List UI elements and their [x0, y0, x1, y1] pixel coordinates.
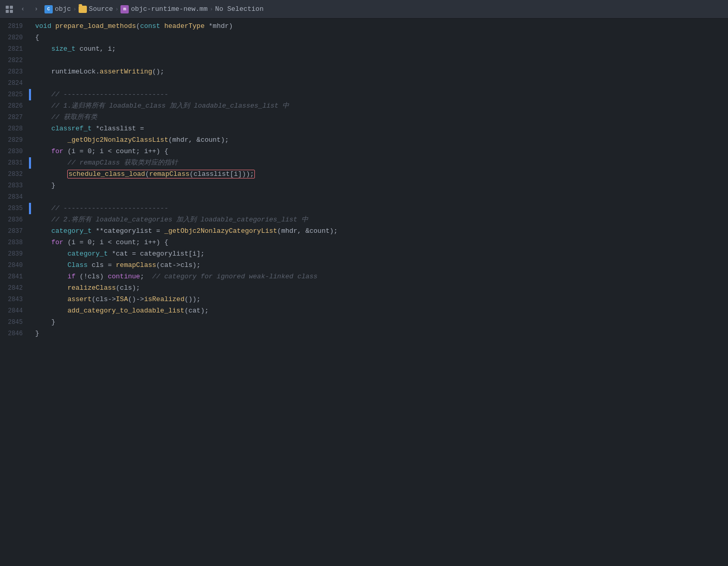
- line-content: if (!cls) continue; // category for igno…: [31, 271, 728, 282]
- table-row: 2819 void prepare_load_methods(const hea…: [0, 21, 728, 32]
- sep3: ›: [209, 6, 213, 12]
- line-content: assert(cls->ISA()->isRealized());: [31, 294, 728, 305]
- table-row: 2820 {: [0, 32, 728, 43]
- table-row: 2825 // --------------------------: [0, 89, 728, 100]
- svg-rect-2: [6, 10, 9, 13]
- line-number: 2838: [0, 237, 29, 248]
- table-row: 2834: [0, 191, 728, 203]
- line-content: }: [31, 328, 728, 339]
- line-content: [31, 191, 728, 203]
- table-row: 2843 assert(cls->ISA()->isRealized());: [0, 294, 728, 305]
- table-row: 2839 category_t *cat = categorylist[i];: [0, 248, 728, 260]
- table-row: 2830 for (i = 0; i < count; i++) {: [0, 146, 728, 157]
- table-row: 2842 realizeClass(cls);: [0, 282, 728, 294]
- line-content: for (i = 0; i < count; i++) {: [31, 237, 728, 248]
- line-number: 2820: [0, 32, 29, 43]
- table-row: 2833 }: [0, 180, 728, 191]
- line-content: schedule_class_load(remapClass(classlist…: [31, 169, 728, 180]
- line-number: 2827: [0, 112, 29, 123]
- table-row: 2828 classref_t *classlist =: [0, 123, 728, 135]
- table-row: 2827 // 获取所有类: [0, 112, 728, 123]
- breadcrumb: C objc › Source › m objc-runtime-new.mm …: [44, 5, 264, 13]
- line-content: _getObjc2NonlazyClassList(mhdr, &count);: [31, 135, 728, 146]
- code-editor: 2819 void prepare_load_methods(const hea…: [0, 19, 728, 339]
- table-row: 2837 category_t **categorylist = _getObj…: [0, 226, 728, 237]
- line-content: classref_t *classlist =: [31, 123, 728, 135]
- line-content: category_t **categorylist = _getObjc2Non…: [31, 226, 728, 237]
- line-content: // 1.递归将所有 loadable_class 加入到 loadable_c…: [31, 100, 728, 112]
- svg-rect-1: [10, 6, 13, 9]
- line-number: 2830: [0, 146, 29, 157]
- line-content: // --------------------------: [31, 203, 728, 214]
- line-number: 2843: [0, 294, 29, 305]
- line-number: 2837: [0, 226, 29, 237]
- forward-button[interactable]: ›: [31, 4, 41, 14]
- sep1: ›: [73, 6, 77, 12]
- table-row: 2836 // 2.将所有 loadable_categories 加入到 lo…: [0, 214, 728, 226]
- svg-rect-3: [10, 10, 13, 13]
- line-number: 2845: [0, 317, 29, 328]
- line-number: 2828: [0, 123, 29, 135]
- line-content: for (i = 0; i < count; i++) {: [31, 146, 728, 157]
- line-number: 2841: [0, 271, 29, 282]
- line-number: 2846: [0, 328, 29, 339]
- line-number: 2826: [0, 100, 29, 112]
- table-row: 2822: [0, 55, 728, 66]
- folder-icon: [79, 6, 87, 13]
- table-row: 2823 runtimeLock.assertWriting();: [0, 66, 728, 78]
- line-content: void prepare_load_methods(const headerTy…: [31, 21, 728, 32]
- navigation-bar: ‹ › C objc › Source › m objc-runtime-new…: [0, 0, 728, 19]
- line-number: 2825: [0, 89, 29, 100]
- table-row: 2844 add_category_to_loadable_list(cat);: [0, 305, 728, 317]
- line-number: 2840: [0, 260, 29, 271]
- table-row: 2831 // remapClass 获取类对应的指针: [0, 157, 728, 169]
- mm-file-icon: m: [120, 5, 129, 13]
- table-row: 2821 size_t count, i;: [0, 43, 728, 55]
- sep2: ›: [115, 6, 119, 12]
- table-row: 2824: [0, 78, 728, 89]
- line-content: }: [31, 180, 728, 191]
- line-number: 2842: [0, 282, 29, 294]
- breadcrumb-source[interactable]: Source: [79, 5, 113, 13]
- line-number: 2829: [0, 135, 29, 146]
- line-content: category_t *cat = categorylist[i];: [31, 248, 728, 260]
- line-number: 2833: [0, 180, 29, 191]
- table-row: 2846 }: [0, 328, 728, 339]
- source-label: Source: [89, 5, 113, 13]
- line-number: 2823: [0, 66, 29, 78]
- line-number: 2824: [0, 78, 29, 89]
- line-content: {: [31, 32, 728, 43]
- table-row: 2845 }: [0, 317, 728, 328]
- line-content: add_category_to_loadable_list(cat);: [31, 305, 728, 317]
- line-content: realizeClass(cls);: [31, 282, 728, 294]
- line-number: 2819: [0, 21, 29, 32]
- line-number: 2832: [0, 169, 29, 180]
- line-content: [31, 78, 728, 89]
- objc-icon: C: [44, 5, 53, 13]
- line-number: 2821: [0, 43, 29, 55]
- line-content: // 获取所有类: [31, 112, 728, 123]
- line-number: 2835: [0, 203, 29, 214]
- line-content: }: [31, 317, 728, 328]
- table-row: 2829 _getObjc2NonlazyClassList(mhdr, &co…: [0, 135, 728, 146]
- line-number: 2834: [0, 191, 29, 203]
- table-row: 2838 for (i = 0; i < count; i++) {: [0, 237, 728, 248]
- table-row: 2832 schedule_class_load(remapClass(clas…: [0, 169, 728, 180]
- table-row: 2835 // --------------------------: [0, 203, 728, 214]
- line-number: 2844: [0, 305, 29, 317]
- grid-icon[interactable]: [4, 4, 14, 14]
- line-content: // --------------------------: [31, 89, 728, 100]
- line-number: 2839: [0, 248, 29, 260]
- line-content: Class cls = remapClass(cat->cls);: [31, 260, 728, 271]
- line-number: 2822: [0, 55, 29, 66]
- back-button[interactable]: ‹: [18, 4, 28, 14]
- table-row: 2840 Class cls = remapClass(cat->cls);: [0, 260, 728, 271]
- breadcrumb-file[interactable]: m objc-runtime-new.mm: [120, 5, 207, 13]
- line-content: // remapClass 获取类对应的指针: [31, 157, 728, 169]
- table-row: 2841 if (!cls) continue; // category for…: [0, 271, 728, 282]
- objc-label: objc: [55, 5, 71, 13]
- breadcrumb-objc[interactable]: C objc: [44, 5, 71, 13]
- line-content: // 2.将所有 loadable_categories 加入到 loadabl…: [31, 214, 728, 226]
- file-label: objc-runtime-new.mm: [131, 5, 207, 13]
- line-content: size_t count, i;: [31, 43, 728, 55]
